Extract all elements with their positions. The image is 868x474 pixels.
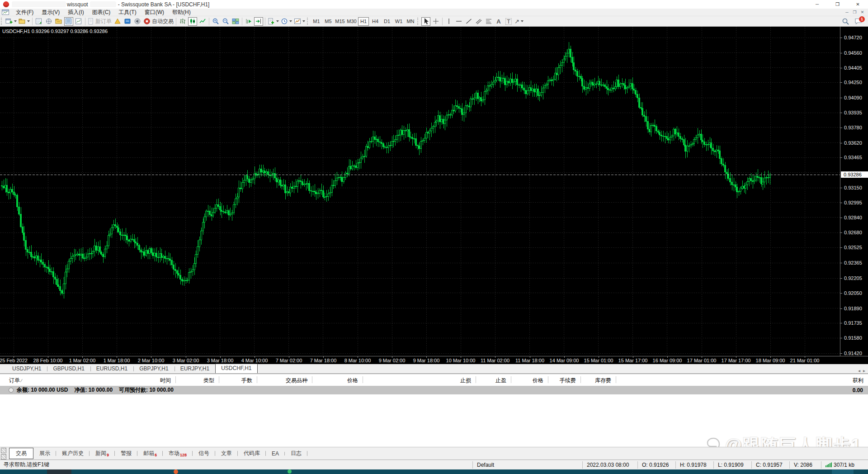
- trendline-tool-button[interactable]: [464, 17, 473, 26]
- time-axis[interactable]: 25 Feb 202228 Feb 10:001 Mar 02:001 Mar …: [0, 356, 868, 364]
- auto-scroll-button[interactable]: [244, 17, 253, 26]
- chat-button[interactable]: 1: [854, 17, 863, 26]
- fibonacci-tool-button[interactable]: [484, 17, 493, 26]
- bar-chart-mode-button[interactable]: [178, 17, 187, 26]
- zoom-in-button[interactable]: [211, 17, 220, 26]
- metaeditor-button[interactable]: [113, 17, 122, 26]
- orders-column-3[interactable]: 手数: [198, 377, 252, 384]
- cursor-tool-button[interactable]: [421, 17, 430, 26]
- chart-close-icon[interactable]: ✕: [859, 9, 866, 16]
- zoom-out-button[interactable]: [221, 17, 230, 26]
- arrows-tool-button[interactable]: ↗: [514, 17, 524, 26]
- status-low: L: 0.91909: [713, 461, 751, 469]
- window-maximize-button[interactable]: ❐: [827, 0, 848, 9]
- menu-item-3[interactable]: 图表(C): [88, 9, 115, 15]
- timeframe-w1-button[interactable]: W1: [393, 17, 404, 26]
- timeframe-h4-button[interactable]: H4: [370, 17, 381, 26]
- new-order-button[interactable]: 新订单: [87, 17, 112, 26]
- chart-tab-usdchf[interactable]: USDCHF,H1: [215, 364, 257, 373]
- window-close-button[interactable]: ✕: [848, 0, 868, 9]
- label-tool-button[interactable]: T: [504, 17, 513, 26]
- crosshair-tool-button[interactable]: [431, 17, 440, 26]
- profit-value: 0.00: [853, 387, 863, 393]
- orders-column-11[interactable]: 获利: [809, 377, 863, 384]
- menu-item-5[interactable]: 窗口(W): [141, 9, 168, 15]
- chart-window-icon[interactable]: [2, 9, 10, 15]
- autotrading-button[interactable]: 自动交易: [143, 17, 174, 26]
- terminal-tab-8[interactable]: 文章: [215, 448, 238, 459]
- periods-button[interactable]: [280, 17, 292, 26]
- orders-column-5[interactable]: 价格: [304, 377, 358, 384]
- timeframe-m15-button[interactable]: M15: [335, 17, 345, 26]
- price-axis-label: 0.92525: [844, 245, 862, 250]
- terminal-button[interactable]: [64, 17, 73, 26]
- terminal-tab-9[interactable]: 代码库: [238, 448, 266, 459]
- terminal-tab-10[interactable]: EA: [266, 449, 285, 458]
- navigator-button[interactable]: [54, 17, 63, 26]
- timeframe-h1-button[interactable]: H1: [358, 17, 369, 26]
- window-title: - Swissquote Bank SA - [USDCHF,H1]: [118, 1, 210, 8]
- orders-column-0[interactable]: 订单 ∕: [9, 377, 22, 384]
- chart-shift-button[interactable]: [254, 17, 263, 26]
- tab-scroll-left-icon[interactable]: ◂: [858, 368, 860, 373]
- timeframe-mn-button[interactable]: MN: [405, 17, 416, 26]
- terminal-tab-1[interactable]: 展示: [33, 448, 56, 459]
- tile-windows-button[interactable]: [231, 17, 240, 26]
- orders-column-10[interactable]: 库存费: [557, 377, 611, 384]
- chart-area[interactable]: USDCHF,H1 0.93296 0.93297 0.93286 0.9328…: [0, 27, 868, 364]
- terminal-tab-7[interactable]: 信号: [193, 448, 215, 459]
- horizontal-line-tool-button[interactable]: [454, 17, 463, 26]
- text-tool-button[interactable]: A: [494, 17, 503, 26]
- orders-column-4[interactable]: 交易品种: [253, 377, 307, 384]
- status-profile[interactable]: Default: [472, 461, 582, 469]
- price-axis[interactable]: 0.93286 0.947200.945600.944050.942500.94…: [840, 27, 868, 356]
- line-chart-mode-button[interactable]: [198, 17, 207, 26]
- terminal-tab-6[interactable]: 市场128: [163, 448, 193, 459]
- terminal-tab-3[interactable]: 新闻9: [90, 448, 115, 459]
- time-axis-label: 25 Feb 2022: [0, 358, 28, 363]
- new-chart-button[interactable]: [5, 17, 17, 26]
- terminal-tab-4[interactable]: 警报: [115, 448, 137, 459]
- menu-item-2[interactable]: 插入(I): [64, 9, 88, 15]
- taskbar-item: [47, 469, 71, 474]
- chart-restore-icon[interactable]: ❐: [851, 9, 859, 16]
- timeframe-m1-button[interactable]: M1: [311, 17, 322, 26]
- chart-tab-gbpusd[interactable]: GBPUSD,H1: [47, 365, 90, 373]
- terminal-tab-0[interactable]: 交易: [9, 448, 33, 459]
- templates-button[interactable]: [293, 17, 306, 26]
- chart-tab-eurjpy[interactable]: EURJPY,H1: [175, 365, 215, 373]
- menu-item-0[interactable]: 文件(F): [12, 9, 38, 15]
- menu-item-1[interactable]: 显示(V): [38, 9, 64, 15]
- chart-tab-usdjpy[interactable]: USDJPY,H1: [6, 365, 47, 373]
- chart-tab-eurusd[interactable]: EURUSD,H1: [90, 365, 133, 373]
- menu-item-4[interactable]: 工具(T): [114, 9, 140, 15]
- price-axis-tick: [840, 143, 842, 143]
- candlestick-mode-button[interactable]: [188, 17, 197, 26]
- status-connection: 307/1 kb: [821, 461, 868, 469]
- time-axis-label: 7 Mar 18:00: [310, 358, 337, 363]
- channel-tool-button[interactable]: [474, 17, 483, 26]
- search-button[interactable]: [841, 17, 850, 26]
- chart-tab-gbpjpy[interactable]: GBPJPY,H1: [133, 365, 174, 373]
- window-minimize-button[interactable]: ─: [807, 0, 827, 9]
- toolbox-dock-icons[interactable]: [0, 447, 9, 460]
- chart-minimize-icon[interactable]: ─: [843, 9, 851, 16]
- timeframe-m30-button[interactable]: M30: [346, 17, 357, 26]
- menu-item-6[interactable]: 帮助(H): [168, 9, 195, 15]
- market-watch-button[interactable]: [34, 17, 43, 26]
- community-button[interactable]: [123, 17, 132, 26]
- terminal-tab-5[interactable]: 邮箱6: [137, 448, 163, 459]
- timeframe-m5-button[interactable]: M5: [323, 17, 334, 26]
- profiles-button[interactable]: [18, 17, 30, 26]
- sound-button[interactable]: [133, 17, 142, 26]
- timeframe-d1-button[interactable]: D1: [382, 17, 392, 26]
- tab-scroll-right-icon[interactable]: ▸: [863, 368, 865, 373]
- vertical-line-tool-button[interactable]: [444, 17, 453, 26]
- price-chart-plot[interactable]: [0, 27, 840, 356]
- price-axis-label: 0.94720: [844, 35, 862, 40]
- terminal-tab-11[interactable]: 日志: [285, 448, 307, 459]
- terminal-tab-2[interactable]: 账户历史: [56, 448, 90, 459]
- indicators-button[interactable]: [267, 17, 279, 26]
- strategy-tester-button[interactable]: [74, 17, 83, 26]
- data-window-button[interactable]: [44, 17, 53, 26]
